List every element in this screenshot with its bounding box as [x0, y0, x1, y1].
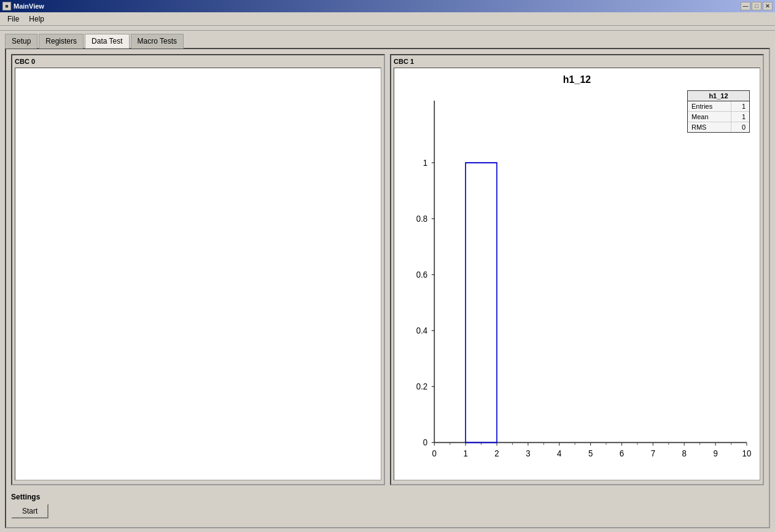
panel-cbc0-label: CBC 0 [15, 58, 381, 65]
svg-text:4: 4 [557, 448, 561, 458]
menu-bar: File Help [0, 12, 775, 26]
chart-svg: 0 0.2 0.4 0.6 0.8 [400, 93, 754, 474]
main-content: CBC 0 CBC 1 h1_12 h1_12 Entries 1 [5, 48, 770, 528]
chart-container: h1_12 h1_12 Entries 1 Mean 1 R [394, 68, 760, 480]
menu-help[interactable]: Help [24, 14, 49, 25]
title-bar: ■ MainView — □ ✕ [0, 0, 775, 12]
tab-data-test[interactable]: Data Test [85, 34, 129, 49]
svg-rect-46 [465, 163, 497, 443]
panel-cbc1-inner: h1_12 h1_12 Entries 1 Mean 1 R [394, 68, 760, 480]
svg-text:0: 0 [423, 437, 427, 448]
svg-text:1: 1 [423, 157, 427, 168]
chart-svg-wrapper: 0 0.2 0.4 0.6 0.8 [400, 93, 754, 474]
svg-text:6: 6 [620, 448, 624, 458]
svg-text:10: 10 [742, 448, 752, 458]
panel-cbc0-inner [15, 68, 381, 480]
svg-text:9: 9 [713, 448, 717, 458]
window-title: MainView [14, 2, 44, 10]
tab-macro-tests[interactable]: Macro Tests [131, 34, 184, 49]
panel-cbc1-label: CBC 1 [394, 58, 760, 65]
app-icon: ■ [2, 2, 11, 10]
svg-text:0.6: 0.6 [416, 269, 428, 280]
panel-cbc1: CBC 1 h1_12 h1_12 Entries 1 Mean 1 [390, 54, 764, 485]
svg-text:8: 8 [682, 448, 687, 458]
svg-text:3: 3 [526, 448, 530, 458]
settings-bar: Settings Start [11, 490, 764, 521]
svg-text:2: 2 [494, 448, 499, 458]
drag-bar [0, 26, 775, 31]
svg-text:7: 7 [651, 448, 655, 458]
tab-setup[interactable]: Setup [5, 34, 37, 49]
maximize-button[interactable]: □ [752, 2, 761, 10]
svg-text:0.8: 0.8 [416, 213, 428, 224]
chart-title: h1_12 [400, 74, 754, 85]
panel-cbc0: CBC 0 [11, 54, 385, 485]
close-button[interactable]: ✕ [763, 2, 773, 10]
tab-registers[interactable]: Registers [39, 34, 84, 49]
svg-text:0: 0 [432, 448, 437, 458]
tabs-container: Setup Registers Data Test Macro Tests [0, 31, 775, 48]
svg-text:0.2: 0.2 [416, 381, 428, 392]
minimize-button[interactable]: — [741, 2, 750, 10]
panels-row: CBC 0 CBC 1 h1_12 h1_12 Entries 1 [11, 54, 764, 485]
svg-text:5: 5 [588, 448, 593, 458]
menu-file[interactable]: File [2, 14, 24, 25]
start-button[interactable]: Start [11, 504, 49, 518]
svg-text:1: 1 [463, 448, 467, 458]
settings-label: Settings [11, 493, 764, 501]
svg-text:0.4: 0.4 [416, 325, 428, 335]
